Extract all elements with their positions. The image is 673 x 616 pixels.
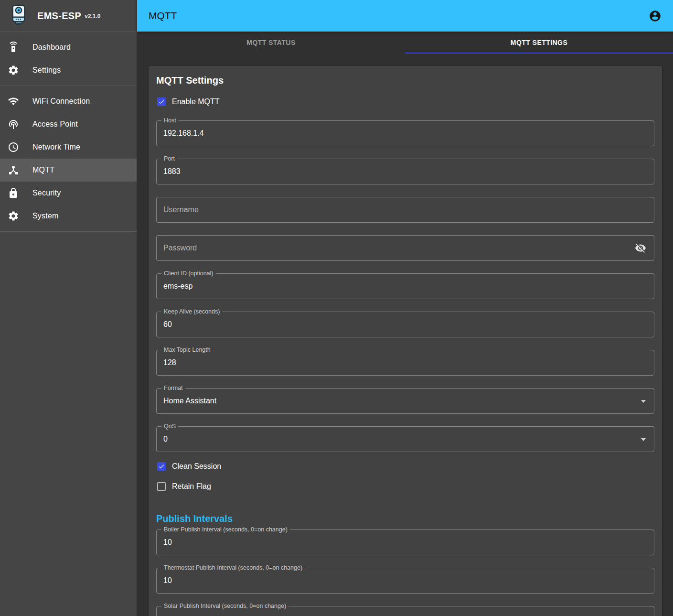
sidebar-item-label: MQTT <box>32 166 54 174</box>
sidebar-item-system[interactable]: System <box>0 205 137 227</box>
client-id-field: Client ID (optional) <box>156 273 654 299</box>
lock-icon <box>8 187 19 199</box>
sidebar-item-dashboard[interactable]: Dashboard <box>0 36 137 59</box>
brand-version: v2.1.0 <box>85 13 100 20</box>
solar-publish-interval-label: Solar Publish Interval (seconds, 0=on ch… <box>161 602 288 610</box>
caret-down-icon <box>641 438 646 441</box>
tab-bar: MQTT STATUS MQTT SETTINGS <box>137 32 673 54</box>
password-input[interactable] <box>157 236 654 260</box>
sidebar-item-label: Security <box>32 189 61 197</box>
sidebar-item-mqtt[interactable]: MQTT <box>0 159 137 182</box>
sidebar-item-settings[interactable]: Settings <box>0 59 137 82</box>
content: MQTT Settings Enable MQTT Host Port <box>137 54 673 616</box>
caret-down-icon <box>641 400 646 403</box>
account-circle-icon <box>649 10 662 22</box>
appbar: MQTT <box>137 0 673 32</box>
username-input[interactable] <box>157 197 654 222</box>
enable-mqtt-label: Enable MQTT <box>172 97 220 106</box>
client-id-input[interactable] <box>157 274 654 299</box>
retain-flag-label: Retain Flag <box>172 482 211 491</box>
sidebar-item-access-point[interactable]: Access Point <box>0 113 137 136</box>
device-hub-icon <box>8 164 19 176</box>
sidebar-header: EMS-ESP v2.1.0 <box>0 0 137 32</box>
max-topic-length-input[interactable] <box>157 350 654 375</box>
keep-alive-label: Keep Alive (seconds) <box>161 308 222 316</box>
boiler-publish-interval-field: Boiler Publish Interval (seconds, 0=on c… <box>156 530 654 555</box>
client-id-label: Client ID (optional) <box>161 270 216 278</box>
sidebar-item-label: Access Point <box>32 120 78 129</box>
host-label: Host <box>161 117 179 125</box>
format-value: Home Assistant <box>157 397 216 405</box>
clean-session-checkbox[interactable] <box>157 462 166 471</box>
retain-flag-checkbox[interactable] <box>157 482 166 491</box>
clean-session-row[interactable]: Clean Session <box>156 456 654 476</box>
sidebar-item-label: Settings <box>32 66 61 75</box>
sidebar-item-security[interactable]: Security <box>0 182 137 205</box>
sidebar-item-wifi-connection[interactable]: WiFi Connection <box>0 90 137 113</box>
sidebar-item-network-time[interactable]: Network Time <box>0 136 137 159</box>
retain-flag-row[interactable]: Retain Flag <box>156 476 654 497</box>
visibility-off-icon <box>635 242 646 254</box>
max-topic-length-field: Max Topic Length <box>156 350 654 376</box>
boiler-publish-interval-label: Boiler Publish Interval (seconds, 0=on c… <box>161 526 290 534</box>
gear-icon <box>8 65 19 76</box>
divider <box>0 231 137 232</box>
enable-mqtt-row[interactable]: Enable MQTT <box>156 96 654 108</box>
brand-name: EMS-ESP <box>37 11 81 22</box>
sidebar-item-label: System <box>32 212 59 220</box>
host-field: Host <box>156 120 654 146</box>
publish-intervals-heading: Publish Intervals <box>156 512 654 525</box>
thermostat-publish-interval-label: Thermostat Publish Interval (seconds, 0=… <box>161 564 305 572</box>
clock-icon <box>8 141 19 153</box>
water-heater-logo-icon <box>10 4 28 27</box>
enable-mqtt-checkbox[interactable] <box>157 97 166 106</box>
tab-mqtt-status[interactable]: MQTT STATUS <box>137 32 405 54</box>
port-label: Port <box>161 155 177 163</box>
main-area: MQTT MQTT STATUS MQTT SETTINGS MQTT Sett… <box>137 0 673 616</box>
settings-remote-icon <box>8 42 19 53</box>
wifi-icon <box>8 96 19 107</box>
nav-group-main: Dashboard Settings <box>0 32 137 86</box>
host-input[interactable] <box>157 121 654 146</box>
ems-esp-app: EMS-ESP v2.1.0 Dashboard Settings <box>0 0 673 616</box>
account-button[interactable] <box>643 4 666 27</box>
form-heading: MQTT Settings <box>156 74 654 87</box>
sidebar-item-label: WiFi Connection <box>32 97 90 106</box>
nav-group-network: WiFi Connection Access Point Network Tim… <box>0 86 137 231</box>
wifi-tethering-icon <box>8 119 19 130</box>
qos-label: QoS <box>161 422 178 431</box>
username-field <box>156 197 654 223</box>
clean-session-label: Clean Session <box>172 462 221 471</box>
thermostat-publish-interval-field: Thermostat Publish Interval (seconds, 0=… <box>156 568 654 594</box>
check-icon <box>158 463 165 470</box>
sidebar: EMS-ESP v2.1.0 Dashboard Settings <box>0 0 137 616</box>
sidebar-item-label: Network Time <box>32 143 80 151</box>
check-icon <box>158 98 165 106</box>
qos-value: 0 <box>157 435 168 443</box>
page-title: MQTT <box>149 10 643 22</box>
password-field <box>156 235 654 261</box>
sidebar-item-label: Dashboard <box>32 43 71 52</box>
keep-alive-field: Keep Alive (seconds) <box>156 312 654 337</box>
mqtt-settings-card: MQTT Settings Enable MQTT Host Port <box>149 66 662 616</box>
format-label: Format <box>161 384 185 392</box>
max-topic-length-label: Max Topic Length <box>161 346 213 354</box>
tab-mqtt-settings[interactable]: MQTT SETTINGS <box>405 32 673 54</box>
keep-alive-input[interactable] <box>157 312 654 337</box>
port-field: Port <box>156 159 654 184</box>
port-input[interactable] <box>157 159 654 184</box>
gear-icon <box>8 210 19 222</box>
solar-publish-interval-field: Solar Publish Interval (seconds, 0=on ch… <box>156 606 654 616</box>
format-select[interactable]: Format Home Assistant <box>156 388 654 414</box>
toggle-password-visibility-button[interactable] <box>631 238 650 258</box>
qos-select[interactable]: QoS 0 <box>156 426 654 452</box>
